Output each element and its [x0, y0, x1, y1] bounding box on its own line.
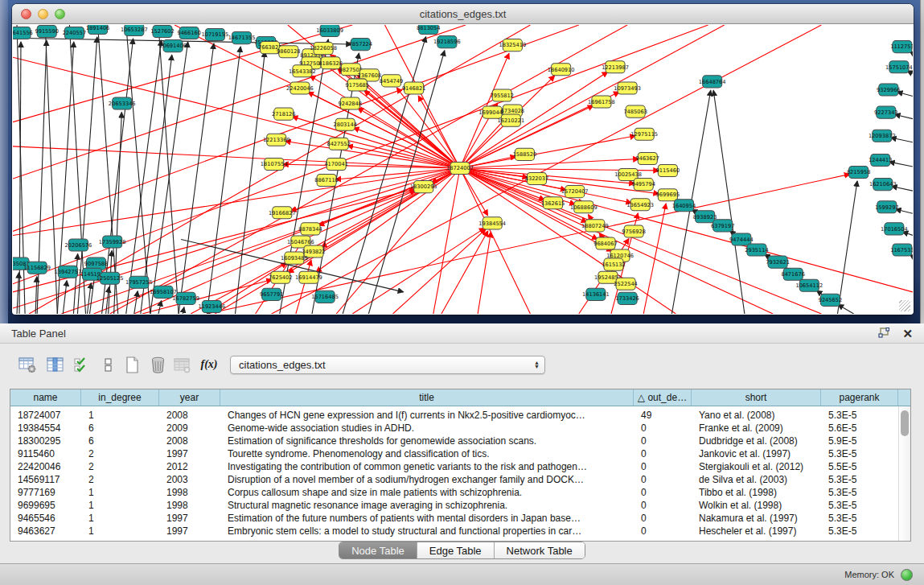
graph-edge[interactable]: [837, 181, 857, 314]
network-canvas[interactable]: 1641556991559022405571891406106532871527…: [13, 25, 913, 314]
graph-node[interactable]: 9466160: [177, 27, 201, 39]
table-row[interactable]: 977716911998Corpus callosum shape and si…: [10, 486, 910, 499]
tab-edge-table[interactable]: Edge Table: [417, 542, 495, 558]
graph-node[interactable]: 18640910: [548, 64, 575, 76]
graph-node[interactable]: 9915590: [35, 26, 59, 38]
graph-node[interactable]: 9463627: [635, 152, 659, 164]
graph-node[interactable]: 1112753: [890, 41, 913, 53]
graph-node[interactable]: 1640954: [672, 200, 696, 212]
graph-node[interactable]: 8322037: [525, 173, 549, 185]
graph-node[interactable]: 12213987: [602, 61, 629, 73]
select-rows-icon[interactable]: [72, 355, 92, 374]
graph-node[interactable]: 4170041: [324, 158, 348, 170]
graph-node[interactable]: 18807249: [581, 220, 609, 232]
graph-node[interactable]: 1891406: [86, 25, 110, 35]
graph-node[interactable]: 18300295: [410, 181, 437, 193]
graph-node[interactable]: 16210221: [497, 114, 524, 126]
graph-node[interactable]: 8427552: [326, 138, 351, 150]
graph-edge[interactable]: [126, 25, 150, 314]
graph-node[interactable]: 1615132: [602, 258, 626, 270]
graph-edge[interactable]: [336, 168, 460, 314]
graph-node[interactable]: 16033809: [316, 25, 343, 37]
graph-node[interactable]: 1641556: [13, 27, 33, 39]
graph-node[interactable]: 11923446: [198, 300, 225, 312]
graph-node[interactable]: 18226058: [310, 43, 337, 55]
table-row[interactable]: 1872400712008Changes of HCN gene express…: [10, 409, 910, 422]
graph-edge[interactable]: [393, 229, 486, 314]
graph-node[interactable]: 2803144: [333, 118, 357, 130]
graph-node[interactable]: 17016504: [881, 223, 908, 235]
graph-node[interactable]: 9227343: [874, 106, 898, 118]
graph-node[interactable]: 9756928: [622, 225, 646, 237]
graph-node[interactable]: 8813054: [417, 25, 441, 35]
graph-node[interactable]: 12213369: [263, 134, 290, 146]
graph-node[interactable]: 19218596: [433, 36, 461, 48]
graph-node[interactable]: 20206576: [65, 239, 92, 251]
graph-edge[interactable]: [838, 304, 854, 314]
table-settings-icon[interactable]: [18, 355, 37, 374]
graph-node[interactable]: 10719155: [201, 29, 228, 41]
graph-edge[interactable]: [63, 281, 67, 314]
graph-node[interactable]: 12975115: [630, 128, 658, 140]
graph-node[interactable]: 2522544: [614, 278, 638, 290]
column-header-short[interactable]: short: [692, 389, 821, 406]
graph-node[interactable]: 7955812: [491, 89, 515, 101]
network-canvas-container[interactable]: 1641556991559022405571891406106532871527…: [13, 25, 913, 314]
graph-node[interactable]: 12093872: [869, 130, 896, 142]
graph-node[interactable]: 22420046: [286, 82, 314, 94]
graph-edge[interactable]: [235, 51, 265, 314]
graph-node[interactable]: 12505125: [97, 272, 124, 284]
graph-node[interactable]: 10688609: [570, 201, 598, 213]
graph-node[interactable]: 19384554: [478, 217, 506, 229]
graph-node[interactable]: 13942757: [55, 266, 82, 278]
graph-node[interactable]: 1588520: [513, 148, 537, 160]
graph-edge[interactable]: [35, 277, 37, 314]
graph-node[interactable]: 17957255: [125, 276, 153, 288]
graph-node[interactable]: 9245652: [819, 294, 843, 306]
graph-edge[interactable]: [347, 146, 460, 168]
graph-edge[interactable]: [207, 47, 240, 314]
graph-node[interactable]: 1733426: [615, 292, 639, 304]
graph-node[interactable]: 9495794: [631, 179, 655, 191]
graph-node[interactable]: 9699695: [656, 189, 680, 201]
graph-edge[interactable]: [433, 168, 460, 314]
graph-edge[interactable]: [17, 273, 18, 314]
table-row[interactable]: 1830029562008Estimation of significance …: [10, 435, 910, 447]
graph-edge[interactable]: [141, 55, 172, 314]
graph-node[interactable]: 20653346: [109, 97, 136, 109]
graph-edge[interactable]: [19, 42, 21, 314]
graph-node[interactable]: 16782759: [172, 292, 199, 304]
graph-edge[interactable]: [889, 162, 913, 167]
table-row[interactable]: 1938455462009Genome-wide association stu…: [10, 422, 910, 435]
graph-edge[interactable]: [441, 231, 488, 314]
graph-edge[interactable]: [460, 168, 530, 314]
graph-node[interactable]: 9175685: [346, 79, 370, 91]
graph-node[interactable]: 9860128: [277, 46, 301, 58]
graph-node[interactable]: 9242848: [338, 97, 362, 109]
graph-node[interactable]: 7625402: [269, 271, 293, 283]
table-row[interactable]: 946554611997Estimation of the future num…: [10, 512, 910, 525]
table-row[interactable]: 2242004622012Investigating the contribut…: [10, 460, 910, 473]
graph-node[interactable]: 16543382: [289, 65, 316, 77]
zoom-window-icon[interactable]: [55, 9, 65, 19]
graph-node[interactable]: 20691406: [159, 40, 187, 52]
memory-status-indicator[interactable]: [901, 569, 913, 581]
close-window-icon[interactable]: [21, 9, 31, 19]
graph-node[interactable]: 9657791: [260, 288, 284, 300]
graph-node[interactable]: 8471676: [781, 268, 805, 280]
window-resize-grip[interactable]: [899, 300, 910, 311]
table-row[interactable]: 911546021997Tourette syndrome. Phenomeno…: [10, 447, 910, 460]
column-header-in_degree[interactable]: in_degree: [81, 389, 159, 406]
graph-node[interactable]: 18724007: [446, 162, 474, 174]
graph-edge[interactable]: [134, 291, 138, 314]
graph-node[interactable]: 10654112: [795, 279, 823, 291]
column-header-out_de[interactable]: △ out_de…: [634, 389, 692, 406]
graph-node[interactable]: 17359928: [99, 236, 126, 248]
graph-node[interactable]: 14136141: [582, 288, 610, 300]
graph-node[interactable]: 9684067: [593, 237, 618, 249]
graph-node[interactable]: 7932621: [766, 256, 790, 268]
import-table-icon[interactable]: [172, 355, 191, 374]
row-height-icon[interactable]: [98, 355, 117, 374]
graph-node[interactable]: 16961758: [588, 96, 615, 108]
graph-edge[interactable]: [643, 204, 666, 314]
